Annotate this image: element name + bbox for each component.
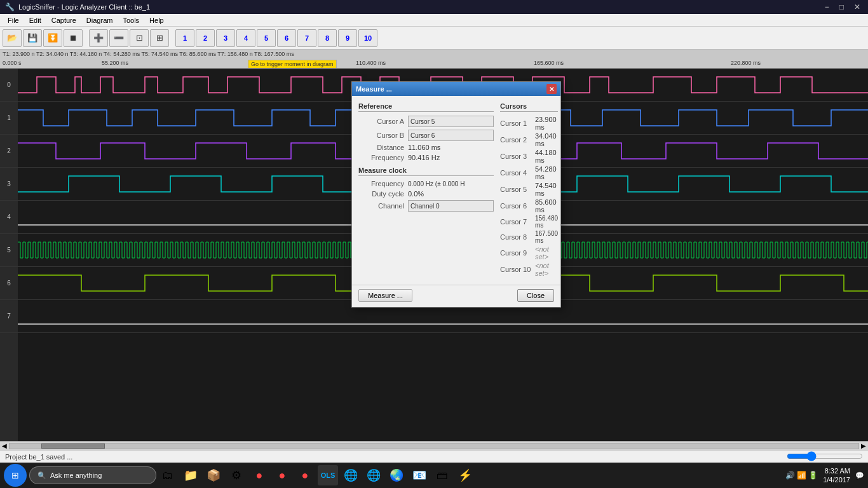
cursor-b-input[interactable] [408,130,494,141]
cursor-9-name: Cursor 9 [500,249,535,257]
taskbar-app-12[interactable]: ⚡ [455,465,475,485]
taskbar-app-3[interactable]: ⚙ [226,465,247,485]
menu-diagram[interactable]: Diagram [81,15,118,25]
frequency-label: Frequency [358,154,404,161]
taskbar-app-5[interactable]: ● [272,465,292,485]
mc-channel-input[interactable] [408,200,494,212]
horizontal-scrollbar[interactable] [787,452,863,460]
status-bar: Project be_1 saved ... [0,450,868,463]
cursor1-button[interactable]: 1 [175,29,194,47]
start-button[interactable]: ⊞ [4,464,27,487]
cursor7-button[interactable]: 7 [297,29,316,47]
channel-label-3: 3 [0,168,18,201]
cursor5-button[interactable]: 5 [257,29,276,47]
scroll-right-button[interactable]: ▶ [859,442,868,449]
cursor-list-item-3: Cursor 3 44.180 ms [500,149,558,164]
title-bar: 🔧 LogicSniffer - Logic Analyzer Client :… [0,0,868,14]
taskbar-clock[interactable]: 8:32 AM 1/4/2017 [823,466,850,485]
window-controls: − □ ✕ [822,3,863,11]
cursor-list-item-9: Cursor 9 <not set> [500,245,558,261]
scale-3: 165.600 ms [534,60,564,66]
cursor-timestamps: T1: 23.900 n T2: 34.040 n T3: 44.180 n T… [3,51,294,57]
cursor-a-label: Cursor A [358,118,404,125]
notification-icon[interactable]: 💬 [855,471,864,480]
cursor-list-item-8: Cursor 8 167.500 ms [500,230,558,244]
search-placeholder: Ask me anything [50,471,102,479]
measure-dialog-close-icon[interactable]: ✕ [546,84,557,94]
menu-capture[interactable]: Capture [46,15,81,25]
save-button[interactable]: 💾 [23,29,42,47]
cursor-list-item-6: Cursor 6 85.600 ms [500,198,558,214]
measure-dialog-actions: Measure ... Close [352,285,560,307]
menu-edit[interactable]: Edit [24,15,46,25]
scale-0: 0.000 s [3,60,22,66]
stop-button[interactable]: ⏹ [64,29,83,47]
mc-dutycycle-value: 0.0% [408,190,424,198]
cursor-6-name: Cursor 6 [500,202,535,210]
taskbar-app-logicsniffer[interactable]: OLS [318,465,338,485]
zoom-actual-button[interactable]: ⊞ [150,29,169,47]
open-button[interactable]: 📂 [3,29,22,47]
cursor-a-input[interactable] [408,116,494,127]
scale-4: 220.800 ms [731,60,761,66]
cursor8-button[interactable]: 8 [318,29,337,47]
cursor6-button[interactable]: 6 [277,29,296,47]
task-view-button[interactable]: 🗂 [158,465,178,485]
scale-2: 110.400 ms [356,60,386,66]
cursor-b-row: Cursor B [358,130,494,141]
capture-button[interactable]: ⏬ [43,29,62,47]
menu-bar: File Edit Capture Diagram Tools Help [0,14,868,27]
mc-frequency-label: Frequency [358,180,404,187]
taskbar-app-6[interactable]: ● [295,465,315,485]
taskbar-app-11[interactable]: 🗃 [432,465,452,485]
cursor10-button[interactable]: 10 [358,29,377,47]
cursor-list-item-5: Cursor 5 74.540 ms [500,182,558,197]
measure-button[interactable]: Measure ... [358,289,412,302]
channel-label-4: 4 [0,201,18,234]
measure-dialog: Measure ... ✕ Reference Cursor A Cursor … [351,81,561,308]
taskbar-app-10[interactable]: 📧 [409,465,430,485]
close-button[interactable]: Close [517,289,554,302]
clock-time: 8:32 AM [823,466,850,475]
taskbar-app-2[interactable]: 📦 [203,465,224,485]
menu-help[interactable]: Help [144,15,169,25]
cursor9-button[interactable]: 9 [338,29,357,47]
minimize-button[interactable]: − [822,3,832,11]
app-icon: 🔧 [5,3,15,11]
taskbar-app-9[interactable]: 🌏 [386,465,407,485]
zoom-fit-button[interactable]: ⊡ [130,29,149,47]
menu-file[interactable]: File [3,15,24,25]
scroll-left-button[interactable]: ◀ [0,442,9,449]
close-button[interactable]: ✕ [851,3,863,11]
distance-label: Distance [358,144,404,151]
cursor-7-name: Cursor 7 [500,218,535,226]
cursor-list-item-7: Cursor 7 156.480 ms [500,215,558,229]
cursor-3-name: Cursor 3 [500,152,535,160]
cursors-section-title: Cursors [500,102,558,112]
scrollbar-thumb[interactable] [41,444,105,449]
distance-row: Distance 11.060 ms [358,144,494,151]
window-title: LogicSniffer - Logic Analyzer Client :: … [18,3,150,11]
channel-label-2: 2 [0,135,18,168]
cursor-9-val: <not set> [535,245,558,261]
cursor3-button[interactable]: 3 [216,29,235,47]
menu-tools[interactable]: Tools [118,15,144,25]
taskbar-app-4[interactable]: ● [249,465,269,485]
measure-right-panel: Cursors Cursor 1 23.900 ms Cursor 2 34.0… [500,102,558,278]
timeline-scale: 0.000 s Go to trigger moment in diagram … [0,58,868,69]
cursor-1-name: Cursor 1 [500,119,535,127]
taskbar-app-8[interactable]: 🌐 [363,465,384,485]
taskbar-app-7[interactable]: 🌐 [341,465,361,485]
measure-clock-section: Measure clock Frequency 0.000 Hz (± 0.00… [358,166,494,212]
taskbar-search[interactable]: 🔍 Ask me anything [29,466,156,484]
measure-left-panel: Reference Cursor A Cursor B Distance 11.… [358,102,494,278]
cursor4-button[interactable]: 4 [236,29,255,47]
maximize-button[interactable]: □ [837,3,846,11]
scrollbar-track[interactable] [9,443,859,449]
measure-dialog-title: Measure ... [356,85,392,93]
trigger-button[interactable]: Go to trigger moment in diagram [248,60,337,69]
zoom-out-button[interactable]: ➖ [109,29,128,47]
taskbar-app-1[interactable]: 📁 [180,465,201,485]
cursor2-button[interactable]: 2 [196,29,215,47]
zoom-in-button[interactable]: ➕ [89,29,108,47]
